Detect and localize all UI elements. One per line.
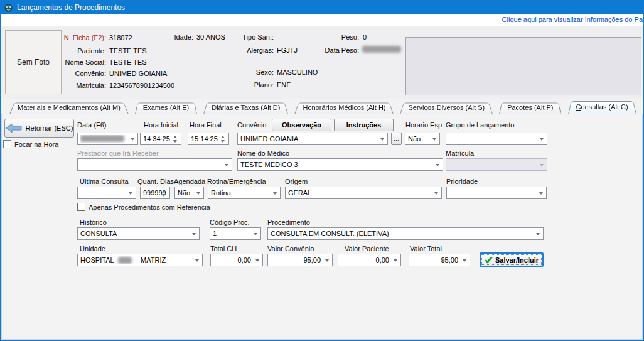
agendada-label: Agendada bbox=[174, 178, 205, 185]
window-title: Lançamentos de Procedimentos bbox=[17, 3, 125, 12]
dropdown-arrow-icon[interactable] bbox=[196, 192, 200, 195]
prestador-combo[interactable] bbox=[77, 158, 232, 171]
focar-na-hora-label: Focar na Hora bbox=[14, 141, 58, 148]
data-f6-label: Data (F6) bbox=[77, 121, 106, 129]
dropdown-arrow-icon[interactable] bbox=[192, 233, 196, 235]
matricula-combo bbox=[446, 158, 547, 171]
title-bar: Lançamentos de Procedimentos bbox=[1, 1, 643, 14]
valor-convenio-label: Valor Convênio bbox=[267, 245, 314, 252]
total-ch-combo[interactable]: 0,00 bbox=[210, 254, 263, 266]
valor-convenio-combo[interactable]: 95,00 bbox=[267, 254, 333, 266]
valor-total-combo[interactable]: 95,00 bbox=[409, 254, 470, 266]
codigo-proc-label: Código Proc. bbox=[210, 219, 250, 226]
matricula-label: Matrícula bbox=[446, 149, 474, 157]
dropdown-arrow-icon[interactable] bbox=[540, 138, 544, 141]
dropdown-arrow-icon[interactable] bbox=[394, 259, 397, 262]
tab-diarias-taxas[interactable]: Diárias e Taxas (Alt D) bbox=[203, 102, 288, 114]
tab-materiais-medicamentos[interactable]: Materiais e Medicamentos (Alt M) bbox=[9, 102, 129, 114]
nome-medico-combo[interactable]: TESTE MEDICO 3 bbox=[237, 158, 443, 171]
dropdown-arrow-icon bbox=[540, 164, 544, 166]
dropdown-arrow-icon[interactable] bbox=[255, 259, 259, 262]
prioridade-combo[interactable] bbox=[446, 187, 547, 199]
dropdown-arrow-icon[interactable] bbox=[536, 233, 540, 235]
dropdown-arrow-icon[interactable] bbox=[436, 164, 439, 166]
focar-na-hora-checkbox[interactable]: Focar na Hora bbox=[3, 140, 58, 148]
hora-final-spinner[interactable]: 15:14:25 bbox=[188, 133, 229, 145]
alergias-label: Alergias: bbox=[211, 46, 274, 54]
rotina-emergencia-label: Rotina/Emergência bbox=[207, 178, 266, 185]
rotina-emergencia-combo[interactable]: Rotina bbox=[208, 187, 281, 199]
dropdown-arrow-icon[interactable] bbox=[129, 192, 132, 195]
consultas-tab-page bbox=[1, 114, 643, 340]
tab-exames[interactable]: Exames (Alt E) bbox=[135, 102, 197, 114]
ficha-label: N. Ficha (F2): bbox=[38, 34, 106, 41]
tab-consultas[interactable]: Consultas (Alt C) bbox=[568, 100, 636, 114]
horario-esp-combo[interactable]: Não bbox=[405, 133, 440, 145]
spin-down-icon[interactable] bbox=[221, 140, 225, 143]
retornar-button[interactable]: Retornar (ESC) bbox=[4, 119, 74, 138]
ultima-consulta-label: Última Consulta bbox=[80, 178, 129, 185]
valor-paciente-combo[interactable]: 0,00 bbox=[338, 254, 401, 266]
spin-down-icon[interactable] bbox=[162, 194, 166, 197]
checkbox-box[interactable] bbox=[3, 140, 11, 148]
historico-combo[interactable]: CONSULTA bbox=[77, 227, 200, 240]
dropdown-arrow-icon[interactable] bbox=[273, 192, 277, 195]
spin-up-icon[interactable] bbox=[173, 136, 177, 138]
dropdown-arrow-icon[interactable] bbox=[463, 259, 466, 262]
dropdown-arrow-icon[interactable] bbox=[131, 138, 134, 141]
convenio-label: Convênio bbox=[237, 121, 266, 129]
origem-combo[interactable]: GERAL bbox=[285, 187, 442, 199]
hora-inicial-spinner[interactable]: 14:34:25 bbox=[140, 133, 181, 145]
convenio-header-value: UNIMED GOIANIA bbox=[109, 70, 167, 77]
patient-info-link[interactable]: Clique aqui para visualizar Informações … bbox=[502, 16, 643, 23]
data-peso-label: Data Peso: bbox=[296, 46, 359, 54]
ultima-consulta-combo[interactable] bbox=[77, 187, 136, 199]
convenio-ellipsis-button[interactable]: ... bbox=[391, 133, 402, 145]
hora-final-label: Hora Final bbox=[190, 121, 222, 129]
observacao-button[interactable]: Observação bbox=[272, 119, 331, 131]
agendada-combo[interactable]: Não bbox=[174, 187, 204, 199]
data-f6-combo[interactable] bbox=[77, 133, 138, 145]
ficha-value: 318072 bbox=[109, 34, 132, 41]
grupo-lancamento-combo[interactable] bbox=[446, 133, 547, 145]
sexo-value: MASCULINO bbox=[277, 68, 318, 76]
spin-up-icon[interactable] bbox=[162, 190, 166, 192]
unidade-combo[interactable]: HOSPITAL - MATRIZ bbox=[77, 254, 203, 266]
dropdown-arrow-icon[interactable] bbox=[432, 138, 436, 141]
total-ch-label: Total CH bbox=[210, 245, 237, 252]
dropdown-arrow-icon[interactable] bbox=[225, 164, 228, 166]
dropdown-arrow-icon[interactable] bbox=[254, 233, 257, 235]
convenio-combo[interactable]: UNIMED GOIANIA bbox=[237, 133, 388, 145]
tab-pacotes[interactable]: Pacotes (Alt P) bbox=[499, 102, 561, 114]
plano-value: ENF bbox=[277, 81, 291, 89]
apenas-referencia-checkbox[interactable]: Apenas Procedimentos com Referencia bbox=[77, 203, 210, 211]
dropdown-arrow-icon[interactable] bbox=[325, 259, 329, 262]
salvar-incluir-button[interactable]: Salvar/Incluir bbox=[480, 252, 544, 267]
data-peso-redacted-value bbox=[362, 46, 401, 53]
dropdown-arrow-icon[interactable] bbox=[380, 138, 384, 141]
checkbox-box[interactable] bbox=[77, 203, 85, 211]
dropdown-arrow-icon[interactable] bbox=[539, 192, 543, 195]
valor-paciente-label: Valor Paciente bbox=[345, 245, 389, 252]
sexo-label: Sexo: bbox=[211, 68, 274, 76]
dropdown-arrow-icon[interactable] bbox=[195, 259, 199, 262]
quant-dias-label: Quant. Dias bbox=[137, 178, 174, 185]
matricula-header-value: 12345678901234500 bbox=[109, 82, 174, 89]
nome-medico-label: Nome do Médico bbox=[237, 149, 289, 157]
valor-total-label: Valor Total bbox=[410, 245, 442, 252]
procedimento-combo[interactable]: CONSULTA EM CONSULT. (ELETIVA) bbox=[267, 227, 544, 240]
plano-label: Plano: bbox=[211, 81, 274, 89]
codigo-proc-combo[interactable]: 1 bbox=[210, 227, 261, 240]
tab-servicos-diversos[interactable]: Serviços Diversos (Alt S) bbox=[400, 102, 493, 114]
instrucoes-button[interactable]: Instruções bbox=[334, 119, 394, 131]
spin-down-icon[interactable] bbox=[173, 140, 177, 143]
tab-honorarios-medicos[interactable]: Honorários Médicos (Alt H) bbox=[294, 102, 394, 114]
dropdown-arrow-icon[interactable] bbox=[434, 192, 438, 195]
quant-dias-spinner[interactable]: 999999 bbox=[140, 187, 170, 199]
tipo-san-label: Tipo San.: bbox=[211, 33, 274, 41]
idade-label: Idade: bbox=[172, 33, 193, 41]
spin-up-icon[interactable] bbox=[221, 136, 225, 138]
paciente-value: TESTE TES bbox=[109, 47, 147, 55]
procedures-window: Lançamentos de Procedimentos Clique aqui… bbox=[0, 0, 644, 341]
back-arrow-icon bbox=[6, 123, 22, 133]
